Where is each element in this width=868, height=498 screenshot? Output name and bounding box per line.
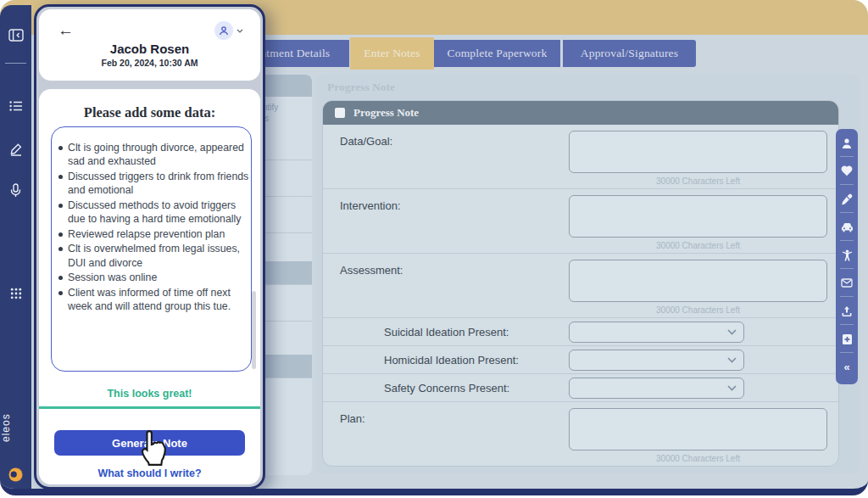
- field-row-data-goal: Data/Goal: 30000 Characters Left: [323, 125, 838, 189]
- progress-note-card: Progress Note Data/Goal: 30000 Character…: [322, 100, 839, 467]
- intervention-textarea[interactable]: [569, 195, 827, 238]
- app-window: Appointment Details Enter Notes Complete…: [0, 0, 868, 495]
- session-notes-box[interactable]: Clt is going through divorce, appeared s…: [51, 126, 252, 372]
- note-item: Client was informed of time off next wee…: [57, 286, 249, 314]
- data-goal-textarea[interactable]: [569, 131, 827, 173]
- note-list-icon[interactable]: [0, 100, 31, 112]
- assistant-body: Please add some data: Clt is going throu…: [39, 89, 260, 484]
- generate-note-button[interactable]: Generate Note: [54, 430, 245, 456]
- session-notes-list: Clt is going through divorce, appeared s…: [57, 141, 249, 314]
- microphone-icon[interactable]: [0, 183, 31, 198]
- char-counter: 30000 Characters Left: [569, 305, 827, 315]
- mail-icon[interactable]: [836, 269, 858, 297]
- card-title: Progress Note: [353, 106, 419, 120]
- avatar: [214, 21, 233, 40]
- progress-note-card-header: Progress Note: [323, 101, 838, 125]
- divider: [39, 406, 260, 409]
- chevron-down-icon: [236, 29, 243, 33]
- session-datetime: Feb 20, 2024, 10:30 AM: [39, 58, 260, 68]
- assessment-textarea[interactable]: [569, 260, 827, 302]
- car-icon[interactable]: [836, 213, 858, 241]
- chevron-down-icon: [727, 357, 737, 363]
- char-counter: 30000 Characters Left: [569, 241, 827, 250]
- heart-icon[interactable]: [836, 157, 858, 185]
- note-item: Clt is going through divorce, appeared s…: [57, 141, 249, 169]
- what-should-i-write-link[interactable]: What should I write?: [39, 467, 260, 479]
- user-icon: [219, 25, 229, 36]
- note-item: Discussed methods to avoid triggers due …: [57, 199, 249, 227]
- app-sidebar: eleos: [0, 5, 31, 489]
- char-counter: 30000 Characters Left: [569, 454, 827, 463]
- field-row-plan: Plan: 30000 Characters Left: [323, 402, 838, 467]
- panel-title: Progress Note: [327, 81, 395, 94]
- side-toolbar: «: [836, 129, 858, 384]
- field-label: Plan:: [340, 412, 365, 425]
- person-arms-up-icon[interactable]: [836, 241, 858, 269]
- collapse-panel-icon[interactable]: [0, 29, 31, 42]
- field-label: Safety Concerns Present:: [384, 382, 509, 394]
- scrollbar-thumb[interactable]: [252, 291, 256, 369]
- tab-approval-signatures[interactable]: Approval/Signatures: [563, 40, 696, 67]
- field-label: Homicidal Ideation Present:: [384, 354, 519, 367]
- back-arrow-icon[interactable]: ←: [58, 21, 74, 40]
- safety-concerns-dropdown[interactable]: [569, 378, 744, 399]
- plan-textarea[interactable]: [569, 408, 827, 450]
- note-item: Clt is overwhelmed from legal issues, DU…: [57, 242, 249, 270]
- field-row-assessment: Assessment: 30000 Characters Left: [323, 254, 838, 318]
- field-label: Intervention:: [340, 199, 401, 212]
- dropper-icon[interactable]: [836, 185, 858, 213]
- checkbox[interactable]: [335, 108, 345, 118]
- chevron-down-icon: [727, 329, 737, 335]
- field-row-suicidal-ideation: Suicidal Ideation Present:: [323, 318, 838, 346]
- apps-grid-icon[interactable]: [0, 288, 31, 299]
- pencil-icon[interactable]: [0, 143, 31, 156]
- assistant-panel: ← Jacob Rosen Feb 20, 2024, 10:30 AM Ple…: [34, 4, 265, 490]
- eleos-wordmark: eleos: [0, 402, 31, 453]
- tab-complete-paperwork[interactable]: Complete Paperwork: [434, 40, 560, 67]
- account-menu[interactable]: [214, 21, 243, 40]
- char-counter: 30000 Characters Left: [569, 176, 827, 186]
- field-label: Data/Goal:: [340, 135, 392, 148]
- field-row-homicidal-ideation: Homicidal Ideation Present:: [323, 346, 838, 374]
- prompt-title: Please add some data:: [39, 104, 260, 121]
- patient-name: Jacob Rosen: [39, 42, 260, 56]
- medical-book-icon[interactable]: [836, 325, 858, 353]
- eleos-logo-icon[interactable]: [8, 467, 23, 482]
- collapse-left-icon[interactable]: «: [836, 353, 858, 381]
- note-item: Session was online: [57, 271, 249, 284]
- assistant-header: ← Jacob Rosen Feb 20, 2024, 10:30 AM: [39, 9, 260, 81]
- field-row-intervention: Intervention: 30000 Characters Left: [323, 189, 838, 254]
- divider: [5, 63, 26, 64]
- note-item: Reviewed relapse prevention plan: [57, 227, 249, 241]
- tab-enter-notes[interactable]: Enter Notes: [350, 37, 434, 70]
- note-item: Discussed triggers to drink from friends…: [57, 170, 249, 198]
- field-row-safety-concerns: Safety Concerns Present:: [323, 374, 838, 402]
- chevron-down-icon: [727, 385, 737, 391]
- field-label: Assessment:: [340, 264, 403, 277]
- upload-icon[interactable]: [836, 297, 858, 325]
- progress-note-panel: Progress Note Progress Note Data/Goal: 3…: [315, 75, 860, 473]
- suicidal-ideation-dropdown[interactable]: [569, 322, 744, 343]
- homicidal-ideation-dropdown[interactable]: [569, 350, 744, 371]
- field-label: Suicidal Ideation Present:: [384, 326, 509, 339]
- user-icon[interactable]: [836, 129, 858, 157]
- feedback-text: This looks great!: [39, 388, 260, 400]
